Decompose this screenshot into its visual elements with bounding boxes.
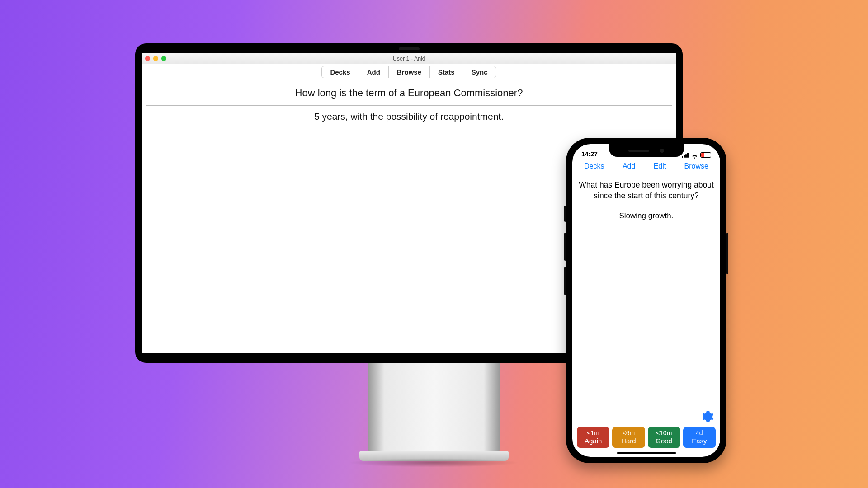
monitor-stand-shadow	[348, 458, 520, 467]
window-title: User 1 - Anki	[142, 56, 676, 62]
phone-toolbar-edit[interactable]: Edit	[654, 162, 666, 170]
answer-hard-time: <6m	[612, 429, 645, 437]
desktop-card-answer: 5 years, with the possibility of reappoi…	[146, 111, 672, 122]
monitor-camera	[399, 47, 420, 50]
answer-again-button[interactable]: <1m Again	[577, 427, 609, 448]
window-titlebar: User 1 - Anki	[142, 53, 676, 64]
phone-volume-down	[564, 267, 566, 295]
phone-card-answer: Slowing growth.	[579, 211, 714, 221]
phone-mute-switch	[564, 206, 566, 222]
answer-good-time: <10m	[648, 429, 680, 437]
toolbar-add-button[interactable]: Add	[359, 66, 389, 78]
toolbar-browse-button[interactable]: Browse	[388, 66, 430, 78]
phone-front-camera	[660, 149, 664, 153]
cellular-signal-icon	[682, 153, 689, 158]
answer-good-button[interactable]: <10m Good	[648, 427, 680, 448]
toolbar-sync-button[interactable]: Sync	[463, 66, 496, 78]
answer-hard-label: Hard	[612, 437, 645, 445]
phone-toolbar: Decks Add Edit Browse	[572, 159, 720, 175]
answer-again-time: <1m	[577, 429, 609, 437]
home-indicator[interactable]	[617, 452, 676, 454]
phone-toolbar-add[interactable]: Add	[623, 162, 635, 170]
phone-toolbar-browse[interactable]: Browse	[684, 162, 708, 170]
answer-easy-button[interactable]: 4d Easy	[683, 427, 716, 448]
answer-again-label: Again	[577, 437, 609, 445]
phone-card-area: What has Europe been worrying about sinc…	[572, 175, 720, 221]
phone-card-divider	[580, 206, 713, 206]
desktop-card-question: How long is the term of a European Commi…	[146, 84, 672, 105]
desktop-toolbar: Decks Add Browse Stats Sync	[142, 64, 676, 81]
phone-card-question: What has Europe been worrying about sinc…	[579, 180, 714, 206]
gear-icon[interactable]	[702, 411, 714, 422]
battery-icon	[700, 152, 711, 158]
status-time: 14:27	[581, 150, 598, 158]
toolbar-decks-button[interactable]: Decks	[321, 66, 359, 78]
answer-easy-label: Easy	[683, 437, 716, 445]
monitor-stand-neck	[368, 357, 500, 452]
toolbar-stats-button[interactable]: Stats	[429, 66, 463, 78]
phone-toolbar-decks[interactable]: Decks	[584, 162, 604, 170]
phone-device: 14:27 Decks Add Edit Browse	[566, 138, 726, 463]
phone-volume-up	[564, 233, 566, 261]
phone-body: 14:27 Decks Add Edit Browse	[566, 138, 726, 463]
card-divider	[146, 105, 672, 106]
answer-hard-button[interactable]: <6m Hard	[612, 427, 645, 448]
answer-good-label: Good	[648, 437, 680, 445]
phone-speaker	[628, 150, 649, 152]
wifi-icon	[691, 153, 698, 158]
answer-easy-time: 4d	[683, 429, 716, 437]
phone-power-button	[726, 233, 728, 274]
promo-stage: User 1 - Anki Decks Add Browse Stats Syn…	[0, 0, 868, 488]
phone-notch	[609, 144, 684, 157]
answer-buttons: <1m Again <6m Hard <10m Good 4d Easy	[577, 427, 716, 448]
anki-mobile-screen: 14:27 Decks Add Edit Browse	[572, 144, 720, 457]
